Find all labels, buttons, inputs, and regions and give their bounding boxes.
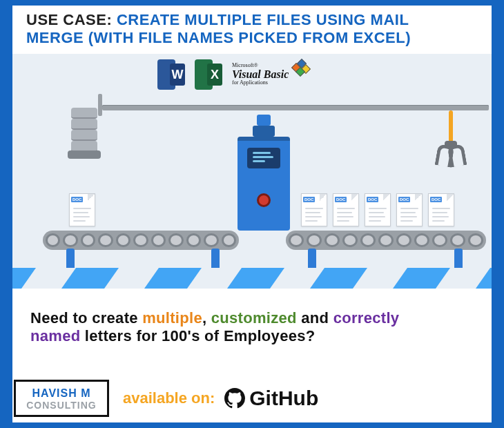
header-title-2: MERGE (WITH FILE NAMES PICKED FROM EXCEL… bbox=[26, 29, 411, 46]
github-icon bbox=[224, 388, 245, 409]
excel-icon: X bbox=[195, 59, 222, 90]
header-title-1: CREATE MULTIPLE FILES USING MAIL bbox=[117, 11, 409, 28]
author-name: HAVISH M bbox=[21, 387, 101, 400]
machine-body bbox=[238, 137, 290, 231]
doc-output: DOC bbox=[396, 193, 423, 226]
header-label: USE CASE: bbox=[26, 11, 112, 28]
word-icon: W bbox=[157, 59, 185, 90]
use-case-header: USE CASE: CREATE MULTIPLE FILES USING MA… bbox=[26, 11, 464, 47]
available-label: available on: bbox=[123, 389, 215, 407]
vba-logo: Microsoft® Visual Basic for Applications bbox=[232, 63, 309, 86]
doc-input: DOC bbox=[69, 193, 95, 226]
doc-output: DOC bbox=[333, 193, 359, 226]
overhead-rail bbox=[102, 105, 489, 110]
hopper-pipe bbox=[69, 108, 99, 171]
available-on: available on: GitHub bbox=[123, 387, 318, 410]
app-logos: W X Microsoft® Visual Basic for Applicat… bbox=[157, 59, 309, 90]
conveyor bbox=[286, 231, 486, 250]
doc-output: DOC bbox=[301, 193, 327, 226]
floor-stripe bbox=[12, 268, 492, 289]
author-sub: CONSULTING bbox=[21, 400, 101, 411]
factory-illustration: W X Microsoft® Visual Basic for Applicat… bbox=[12, 54, 492, 289]
robot-arm bbox=[432, 110, 468, 174]
machine-button bbox=[257, 193, 271, 207]
conveyor bbox=[43, 231, 239, 250]
github-link[interactable]: GitHub bbox=[224, 387, 318, 410]
doc-output: DOC bbox=[428, 193, 454, 226]
blurb-text: Need to create multiple, customized and … bbox=[30, 309, 474, 345]
doc-output: DOC bbox=[365, 193, 391, 226]
author-badge: HAVISH M CONSULTING bbox=[14, 380, 109, 417]
